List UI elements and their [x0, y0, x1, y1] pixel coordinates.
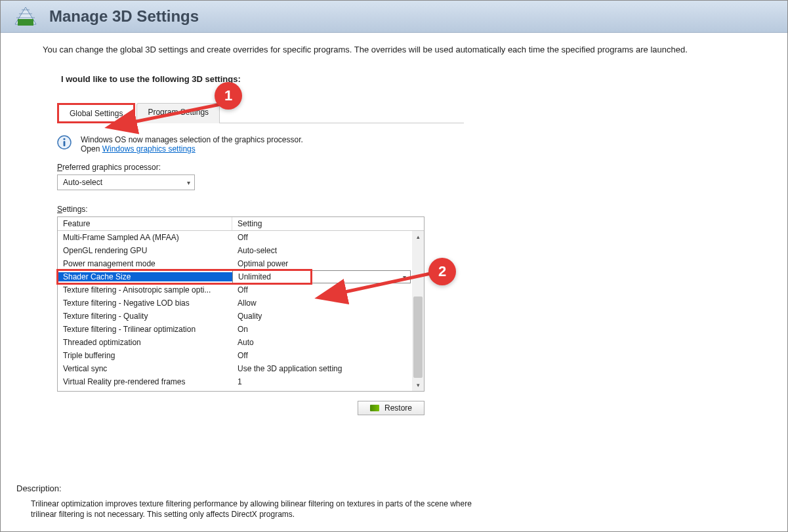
intro-text: You can change the global 3D settings an… [43, 45, 755, 54]
table-row[interactable]: Power management modeOptimal power [58, 257, 412, 270]
scroll-up-icon[interactable]: ▴ [412, 231, 424, 243]
info-text: Windows OS now manages selection of the … [81, 135, 303, 153]
row-value: Auto-select [232, 246, 412, 255]
scroll-thumb[interactable] [413, 297, 423, 378]
description-text: Trilinear optimization improves texture … [16, 499, 476, 520]
table-row[interactable]: Triple bufferingOff [58, 349, 412, 362]
info-line1: Windows OS now manages selection of the … [81, 135, 303, 144]
preferred-processor-label: Preferred graphics processor: [57, 163, 745, 172]
row-value: 1 [232, 377, 412, 386]
preferred-processor-value: Auto-select [63, 178, 102, 187]
settings-table: Feature Setting Multi-Frame Sampled AA (… [57, 216, 425, 392]
table-row[interactable]: Threaded optimizationAuto [58, 336, 412, 349]
table-row[interactable]: Virtual Reality pre-rendered frames1 [58, 375, 412, 388]
table-row[interactable]: Vertical syncUse the 3D application sett… [58, 362, 412, 375]
scroll-down-icon[interactable]: ▾ [412, 379, 424, 391]
settings-group: I would like to use the following 3D set… [43, 74, 755, 423]
row-feature: Texture filtering - Quality [58, 312, 232, 321]
row-feature: Texture filtering - Trilinear optimizati… [58, 325, 232, 334]
svg-rect-7 [64, 141, 66, 146]
selected-value: Unlimited [238, 272, 271, 281]
row-value: Off [232, 233, 412, 242]
row-feature: Virtual Reality pre-rendered frames [58, 377, 232, 386]
row-value: On [232, 325, 412, 334]
chevron-down-icon: ▾ [403, 274, 406, 281]
table-row[interactable]: Texture filtering - Anisotropic sample o… [58, 283, 412, 297]
windows-graphics-settings-link[interactable]: Windows graphics settings [102, 144, 196, 153]
settings-table-header: Feature Setting [58, 217, 424, 231]
row-value: Off [232, 351, 412, 360]
tab-global-settings[interactable]: Global Settings [57, 103, 135, 123]
svg-point-6 [63, 138, 65, 140]
column-setting[interactable]: Setting [232, 217, 412, 230]
table-row[interactable]: Texture filtering - Negative LOD biasAll… [58, 297, 412, 310]
row-feature: Texture filtering - Anisotropic sample o… [58, 285, 232, 295]
chevron-down-icon: ▾ [187, 179, 190, 186]
row-feature: Power management mode [58, 259, 232, 268]
row-feature: Multi-Frame Sampled AA (MFAA) [58, 233, 232, 242]
row-value: Use the 3D application setting [232, 364, 412, 373]
row-feature: OpenGL rendering GPU [58, 246, 232, 255]
tab-bar: Global Settings Program Settings [57, 102, 464, 123]
row-value: Quality [232, 312, 412, 321]
table-row[interactable]: Texture filtering - QualityQuality [58, 310, 412, 323]
row-feature: Vertical sync [58, 364, 232, 373]
group-label: I would like to use the following 3D set… [49, 74, 748, 84]
table-row[interactable]: Texture filtering - Trilinear optimizati… [58, 323, 412, 336]
row-value: Off [232, 285, 412, 295]
info-line2-prefix: Open [81, 144, 102, 153]
nvidia-logo-icon [370, 405, 379, 411]
svg-rect-1 [18, 19, 33, 26]
table-row[interactable]: OpenGL rendering GPUAuto-select [58, 244, 412, 257]
annotation-badge-2: 2 [428, 258, 456, 285]
shader-cache-size-select[interactable]: Unlimited▾ [232, 270, 411, 283]
preferred-processor-select[interactable]: Auto-select ▾ [57, 174, 195, 190]
page-title: Manage 3D Settings [49, 7, 199, 26]
tab-program-settings[interactable]: Program Settings [136, 103, 220, 123]
row-feature: Texture filtering - Negative LOD bias [58, 298, 232, 308]
column-feature[interactable]: Feature [58, 217, 232, 230]
info-icon [57, 135, 72, 150]
annotation-badge-1: 1 [215, 82, 242, 110]
settings-label: Settings: [57, 205, 745, 214]
row-value: Auto [232, 338, 412, 347]
row-feature: Threaded optimization [58, 338, 232, 347]
table-scrollbar[interactable]: ▴ ▾ [412, 231, 424, 391]
description-section: Description: Trilinear optimization impr… [16, 483, 772, 520]
row-feature: Triple buffering [58, 351, 232, 360]
info-banner: Windows OS now manages selection of the … [57, 135, 745, 153]
table-row[interactable]: Multi-Frame Sampled AA (MFAA)Off [58, 231, 412, 244]
window-header: Manage 3D Settings [1, 1, 787, 33]
description-label: Description: [16, 483, 772, 493]
row-feature: Shader Cache Size [58, 272, 232, 281]
restore-button[interactable]: Restore [358, 401, 425, 415]
row-value: Optimal power [232, 259, 412, 268]
row-value: Allow [232, 298, 412, 308]
nvidia-3d-icon [12, 5, 39, 28]
restore-label: Restore [384, 403, 412, 413]
